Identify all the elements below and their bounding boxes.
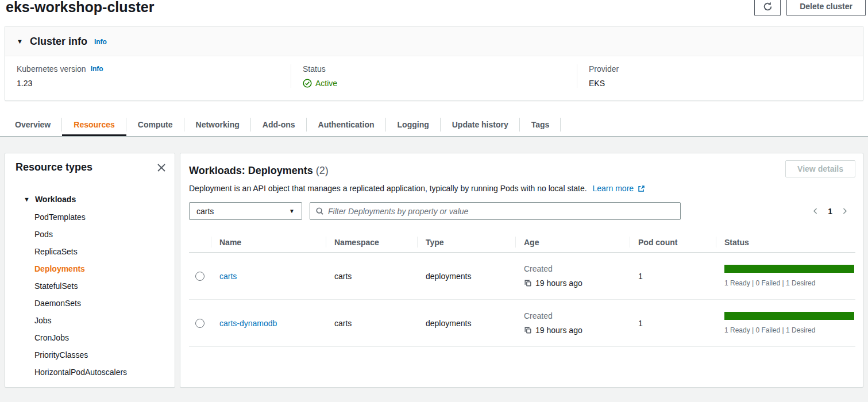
- provider-value: EKS: [589, 79, 863, 88]
- row-select-cell: [189, 319, 211, 328]
- deployments-description: Deployment is an API object that manages…: [189, 184, 855, 194]
- pod-count-cell: 1: [630, 319, 716, 328]
- tab-tags[interactable]: Tags: [520, 113, 561, 136]
- tab-networking[interactable]: Networking: [184, 113, 251, 136]
- learn-more-link[interactable]: Learn more: [593, 184, 645, 193]
- sidebar-item-daemonsets[interactable]: DaemonSets: [11, 295, 167, 312]
- sidebar-item-priorityclasses[interactable]: PriorityClasses: [11, 346, 167, 364]
- kubernetes-version-info-link[interactable]: Info: [91, 65, 103, 73]
- namespace-filter-value: carts: [196, 207, 214, 216]
- deployment-link[interactable]: carts-dynamodb: [219, 319, 277, 328]
- provider-field: Provider EKS: [577, 64, 863, 88]
- resource-types-panel: Resource types ▼ Workloads PodTemplates …: [5, 153, 175, 388]
- page-title: eks-workshop-cluster: [6, 0, 154, 16]
- chevron-down-icon: ▼: [24, 196, 30, 203]
- refresh-button[interactable]: [754, 0, 781, 16]
- sidebar-item-statefulsets[interactable]: StatefulSets: [11, 277, 167, 295]
- type-cell: deployments: [417, 272, 515, 281]
- status-cell: 1 Ready | 0 Failed | 1 Desired: [716, 312, 855, 334]
- tab-overview[interactable]: Overview: [3, 113, 62, 136]
- column-select: [189, 232, 211, 252]
- copy-icon[interactable]: [524, 279, 532, 287]
- column-type: Type: [417, 232, 515, 252]
- column-namespace: Namespace: [326, 232, 417, 252]
- namespace-filter-select[interactable]: carts ▼: [189, 202, 302, 220]
- sidebar-item-deployments[interactable]: Deployments: [11, 260, 167, 277]
- sidebar-item-jobs[interactable]: Jobs: [11, 312, 167, 329]
- cluster-info-header[interactable]: ▼ Cluster info Info: [5, 26, 863, 56]
- status-text: 1 Ready | 0 Failed | 1 Desired: [724, 326, 854, 334]
- sidebar-item-podtemplates[interactable]: PodTemplates: [11, 208, 167, 226]
- filter-row: carts ▼ 1: [189, 202, 855, 220]
- provider-label: Provider: [589, 64, 863, 74]
- search-box: [310, 202, 681, 220]
- tab-compute[interactable]: Compute: [126, 113, 184, 136]
- tab-logging[interactable]: Logging: [386, 113, 441, 136]
- deployments-table: Name Namespace Type Age Pod count Status…: [189, 232, 855, 347]
- row-select-cell: [189, 272, 211, 281]
- search-input[interactable]: [328, 207, 675, 216]
- resource-types-title: Resource types: [16, 161, 92, 173]
- status-cell: 1 Ready | 0 Failed | 1 Desired: [716, 265, 855, 287]
- kubernetes-version-label: Kubernetes version Info: [17, 64, 291, 74]
- tab-resources[interactable]: Resources: [62, 113, 126, 136]
- table-row: carts-dynamodb carts deployments Created…: [189, 300, 855, 347]
- sidebar-item-pods[interactable]: Pods: [11, 226, 167, 243]
- deployments-count: (2): [316, 165, 329, 176]
- resource-types-header: Resource types: [11, 161, 167, 173]
- delete-cluster-button[interactable]: Delete cluster: [786, 0, 866, 16]
- chevron-down-icon: ▼: [17, 38, 23, 45]
- deployments-panel: Workloads: Deployments (2) View details …: [180, 153, 863, 388]
- copy-icon[interactable]: [524, 326, 532, 334]
- age-cell: Created 19 hours ago: [515, 264, 630, 288]
- age-cell: Created 19 hours ago: [515, 311, 630, 335]
- previous-page-icon[interactable]: [812, 207, 819, 215]
- row-radio-button[interactable]: [195, 272, 205, 281]
- deployments-title: Workloads: Deployments (2): [189, 165, 329, 177]
- tab-bar: Overview Resources Compute Networking Ad…: [0, 113, 868, 137]
- column-age: Age: [515, 232, 630, 252]
- refresh-icon: [763, 2, 773, 11]
- tree-group-workloads[interactable]: ▼ Workloads: [11, 191, 167, 208]
- page-header: eks-workshop-cluster Delete cluster: [0, 0, 868, 26]
- header-actions: Delete cluster: [754, 0, 866, 16]
- row-radio-button[interactable]: [195, 319, 205, 328]
- sidebar-item-replicasets[interactable]: ReplicaSets: [11, 243, 167, 260]
- column-name: Name: [211, 232, 326, 252]
- type-cell: deployments: [417, 319, 515, 328]
- tab-authentication[interactable]: Authentication: [307, 113, 386, 136]
- column-pod-count: Pod count: [630, 232, 716, 252]
- cluster-info-info-link[interactable]: Info: [94, 38, 107, 46]
- table-row: carts carts deployments Created 19 hours…: [189, 253, 855, 300]
- column-status: Status: [716, 232, 855, 252]
- status-bar: [724, 312, 854, 320]
- view-details-button[interactable]: View details: [785, 160, 855, 177]
- search-icon: [315, 207, 324, 215]
- next-page-icon[interactable]: [841, 207, 848, 215]
- pod-count-cell: 1: [630, 272, 716, 281]
- chevron-down-icon: ▼: [289, 208, 295, 214]
- resource-tree: ▼ Workloads PodTemplates Pods ReplicaSet…: [11, 191, 167, 381]
- kubernetes-version-value: 1.23: [17, 79, 291, 88]
- content-area: Resource types ▼ Workloads PodTemplates …: [0, 137, 868, 388]
- cluster-info-title: Cluster info: [30, 36, 87, 48]
- tab-add-ons[interactable]: Add-ons: [251, 113, 307, 136]
- cluster-info-section: ▼ Cluster info Info Kubernetes version I…: [5, 26, 863, 101]
- close-icon[interactable]: [156, 163, 167, 173]
- pagination: 1: [812, 207, 855, 216]
- sidebar-item-horizontalpodautoscalers[interactable]: HorizontalPodAutoscalers: [11, 364, 167, 381]
- status-label: Status: [303, 64, 577, 74]
- sidebar-item-cronjobs[interactable]: CronJobs: [11, 329, 167, 346]
- namespace-cell: carts: [326, 319, 417, 328]
- deployment-link[interactable]: carts: [219, 272, 237, 281]
- current-page[interactable]: 1: [828, 207, 832, 216]
- table-header-row: Name Namespace Type Age Pod count Status: [189, 232, 855, 253]
- status-value: Active: [303, 79, 577, 88]
- tree-items: PodTemplates Pods ReplicaSets Deployment…: [11, 208, 167, 381]
- external-link-icon: [638, 185, 645, 194]
- tab-update-history[interactable]: Update history: [441, 113, 520, 136]
- status-field: Status Active: [291, 64, 577, 88]
- kubernetes-version-field: Kubernetes version Info 1.23: [5, 64, 291, 88]
- deployments-header: Workloads: Deployments (2) View details: [189, 160, 855, 177]
- status-text: 1 Ready | 0 Failed | 1 Desired: [724, 279, 854, 287]
